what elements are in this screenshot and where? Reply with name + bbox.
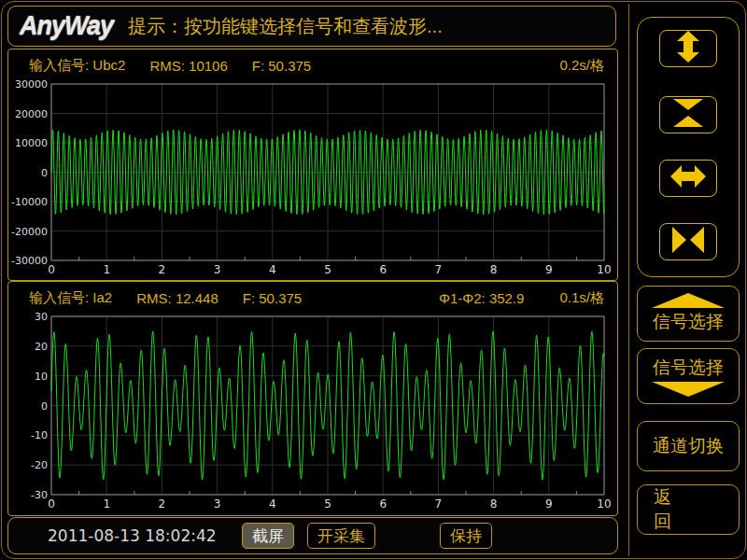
svg-text:3: 3 [214, 497, 221, 511]
svg-text:10000: 10000 [15, 137, 48, 149]
chart2-rms: RMS: 12.448 [136, 290, 218, 306]
svg-text:-10: -10 [31, 429, 48, 441]
svg-text:2: 2 [159, 263, 166, 276]
back-label: 返 回 [654, 485, 723, 534]
svg-text:1: 1 [103, 497, 110, 511]
svg-text:8: 8 [490, 263, 498, 276]
chart1-header: 输入信号: Ubc2 RMS: 10106 F: 50.375 0.2s/格 [8, 49, 617, 79]
expand-horizontal-icon [669, 162, 707, 194]
compress-vertical-button[interactable] [659, 96, 717, 133]
brand-logo: AnyWay [20, 12, 113, 41]
chart2-frequency: F: 50.375 [243, 290, 302, 306]
status-bar: 2011-08-13 18:02:42 截屏 开采集 保持 [7, 517, 618, 554]
chart2-plot: 0123456789103020100-10-20-30 [8, 312, 615, 512]
compress-vertical-icon [669, 96, 707, 133]
datetime-display: 2011-08-13 18:02:42 [48, 526, 217, 545]
chart2-signal-label: 输入信号: Ia2 [29, 289, 112, 307]
svg-text:6: 6 [379, 497, 387, 511]
signal-select-down-label: 信号选择 [653, 356, 724, 380]
hint-message: 提示：按功能键选择信号和查看波形... [128, 14, 443, 39]
svg-text:30: 30 [35, 312, 48, 323]
signal-select-up-label: 信号选择 [653, 310, 724, 334]
chart1-signal-label: 输入信号: Ubc2 [29, 57, 125, 75]
compress-horizontal-button[interactable] [659, 223, 717, 260]
svg-text:7: 7 [435, 263, 443, 276]
expand-horizontal-button[interactable] [659, 160, 717, 197]
svg-text:0: 0 [41, 400, 48, 413]
svg-text:9: 9 [545, 263, 553, 276]
chart1-timebase: 0.2s/格 [559, 57, 604, 75]
screenshot-button[interactable]: 截屏 [242, 523, 294, 549]
svg-text:-30: -30 [31, 489, 48, 501]
chart2-header: 输入信号: Ia2 RMS: 12.448 F: 50.375 Φ1-Φ2: 3… [8, 282, 617, 312]
svg-text:10: 10 [597, 263, 611, 276]
signal-select-down-button[interactable]: 信号选择 [637, 348, 740, 404]
hold-button[interactable]: 保持 [440, 523, 492, 549]
signal-select-up-button[interactable]: 信号选择 [637, 286, 740, 342]
svg-text:-20: -20 [31, 459, 48, 471]
chart2-timebase: 0.1s/格 [559, 289, 604, 307]
waveform-zoom-group [637, 17, 740, 277]
channel-switch-button[interactable]: 通道切换 [637, 421, 740, 471]
svg-text:3: 3 [214, 263, 221, 276]
chart1-rms: RMS: 10106 [149, 58, 227, 74]
back-button[interactable]: 返 回 [637, 484, 740, 535]
title-bar: AnyWay 提示：按功能键选择信号和查看波形... [7, 6, 616, 47]
svg-text:6: 6 [379, 263, 387, 276]
svg-text:30000: 30000 [15, 79, 48, 91]
compress-horizontal-icon [669, 225, 707, 259]
svg-text:-30000: -30000 [11, 255, 48, 267]
svg-text:8: 8 [490, 497, 498, 511]
chart1-frequency: F: 50.375 [252, 58, 311, 74]
svg-text:20000: 20000 [15, 108, 48, 120]
svg-text:10: 10 [597, 497, 611, 511]
waveform-panel-current: 输入信号: Ia2 RMS: 12.448 F: 50.375 Φ1-Φ2: 3… [7, 281, 618, 516]
right-panel-divider [628, 4, 629, 556]
svg-text:2: 2 [159, 497, 166, 511]
svg-text:0: 0 [41, 167, 48, 179]
svg-text:9: 9 [545, 497, 553, 511]
expand-vertical-button[interactable] [659, 30, 717, 67]
svg-text:20: 20 [35, 341, 48, 353]
channel-switch-label: 通道切换 [653, 434, 724, 458]
svg-text:5: 5 [324, 497, 331, 511]
chart1-plot: 0123456789103000020000100000-10000-20000… [8, 79, 615, 278]
triangle-down-icon [652, 382, 725, 397]
start-collect-button[interactable]: 开采集 [307, 523, 375, 549]
svg-text:-10000: -10000 [11, 196, 48, 208]
svg-text:0: 0 [48, 263, 55, 276]
svg-text:0: 0 [48, 497, 55, 511]
svg-text:7: 7 [435, 497, 443, 511]
svg-text:1: 1 [103, 263, 110, 276]
expand-vertical-icon [671, 30, 705, 67]
triangle-up-icon [652, 293, 725, 308]
chart2-phase-difference: Φ1-Φ2: 352.9 [439, 290, 525, 306]
svg-text:5: 5 [324, 263, 331, 276]
svg-text:4: 4 [269, 263, 276, 276]
svg-text:-20000: -20000 [11, 226, 48, 238]
waveform-panel-voltage: 输入信号: Ubc2 RMS: 10106 F: 50.375 0.2s/格 0… [7, 49, 618, 281]
svg-text:10: 10 [35, 371, 48, 383]
svg-text:4: 4 [269, 497, 276, 511]
